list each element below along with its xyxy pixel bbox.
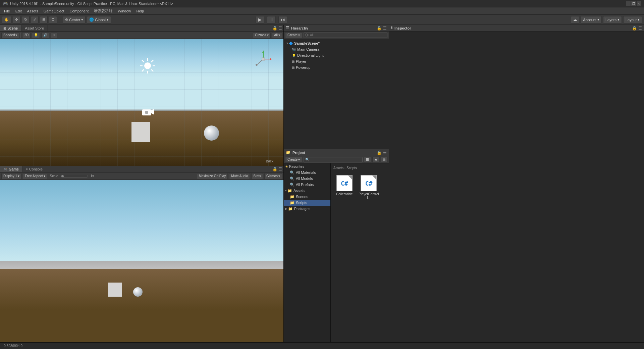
close-button[interactable]: ✕ <box>637 1 641 6</box>
game-panel-lock[interactable]: 🔒 <box>272 167 277 171</box>
project-tree-scripts[interactable]: 📁 Scripts <box>284 200 330 206</box>
hierarchy-item-main-camera[interactable]: 📷 Main Camera <box>284 46 389 52</box>
scene-panel-menu[interactable]: ☰ <box>278 26 282 31</box>
minimize-button[interactable]: ─ <box>626 1 631 6</box>
game-gizmos-dropdown[interactable]: Gizmos ▾ <box>264 173 282 179</box>
project-star-button[interactable]: ★ <box>372 157 379 163</box>
hierarchy-create-button[interactable]: Create ▾ <box>285 32 302 38</box>
project-tree-all-models[interactable]: 🔍 All Models <box>284 176 330 182</box>
menu-component[interactable]: Component <box>67 8 91 14</box>
inspector-lock-button[interactable]: 🔒 <box>632 26 637 31</box>
hierarchy-scene-root[interactable]: ▾ 🔷 SampleScene* <box>284 40 389 46</box>
menu-help[interactable]: Help <box>133 8 147 14</box>
transform-move-tool[interactable]: ✛ <box>13 16 20 23</box>
step-button[interactable]: ⏭ <box>278 16 287 23</box>
gizmos-dropdown[interactable]: Gizmos ▾ <box>253 32 271 38</box>
camera-icon: 📷 <box>292 48 296 51</box>
scene-panel-lock[interactable]: 🔒 <box>272 26 277 31</box>
back-button[interactable]: Back <box>266 159 273 163</box>
layout-dropdown[interactable]: Layout ▾ <box>623 16 642 23</box>
project-create-arrow-icon: ▾ <box>298 158 300 161</box>
light-icon: 💡 <box>292 54 296 57</box>
collab-button[interactable]: ☁ <box>571 16 579 23</box>
project-tree-assets[interactable]: ▾ 📁 Assets <box>284 188 330 194</box>
scene-camera-object[interactable] <box>142 108 154 119</box>
scale-slider[interactable] <box>61 175 88 178</box>
pivot-global-button[interactable]: 🌐 Global ▾ <box>87 16 111 23</box>
project-search-type-button[interactable]: ☰ <box>364 157 371 163</box>
project-tree-all-materials[interactable]: 🔍 All Materials <box>284 169 330 176</box>
layers-dropdown[interactable]: Layers ▾ <box>603 16 622 23</box>
effects-toggle[interactable]: ✦ <box>51 32 57 38</box>
tab-game[interactable]: 🎮 Game <box>0 166 22 172</box>
toolbar-separator-3 <box>429 16 429 23</box>
project-search-input[interactable] <box>304 157 363 162</box>
hierarchy-item-powerup[interactable]: ⊞ Powerup <box>284 64 389 70</box>
layers-arrow-icon: ▾ <box>618 17 620 22</box>
tab-scene[interactable]: ⊞ Scene <box>0 25 21 31</box>
project-tree-favorites[interactable]: ★ Favorites <box>284 163 330 169</box>
menu-gameobject[interactable]: GameObject <box>41 8 67 14</box>
hierarchy-icon: ☰ <box>286 26 289 30</box>
stats-button[interactable]: Stats <box>251 173 263 179</box>
project-create-button[interactable]: Create ▾ <box>285 157 302 163</box>
scene-toolbar: Shaded ▾ 2D 💡 🔊 ✦ Gizmos ▾ All ▾ <box>0 32 283 39</box>
2d-toggle[interactable]: 2D <box>22 32 31 38</box>
menu-enhanced[interactable]: 增强版功能 <box>91 8 115 14</box>
script-playercontrol[interactable]: C# PlayerControll... <box>357 174 381 201</box>
play-button[interactable]: ▶ <box>256 16 264 23</box>
project-tree-scenes[interactable]: 📁 Scenes <box>284 194 330 200</box>
svg-point-17 <box>256 64 258 66</box>
hierarchy-lock-button[interactable]: 🔒 <box>377 26 382 31</box>
scene-sun-object[interactable] <box>139 57 156 74</box>
maximize-on-play-button[interactable]: Maximize On Play <box>197 173 228 179</box>
account-dropdown[interactable]: Account ▾ <box>581 16 602 23</box>
restore-button[interactable]: ❐ <box>631 1 636 6</box>
global-arrow-icon: ▾ <box>107 17 109 22</box>
menu-window[interactable]: Window <box>115 8 133 14</box>
hierarchy-item-player[interactable]: ⊞ Player <box>284 58 389 64</box>
pivot-center-button[interactable]: ⊙ Center ▾ <box>63 16 86 23</box>
aspect-dropdown[interactable]: Free Aspect ▾ <box>23 173 47 179</box>
scene-gizmo[interactable] <box>253 49 273 69</box>
hierarchy-menu-button[interactable]: ☰ <box>383 26 387 31</box>
transform-scale-tool[interactable]: ⤢ <box>31 16 39 23</box>
project-menu-button[interactable]: ☰ <box>383 150 387 155</box>
inspector-menu-button[interactable]: ☰ <box>638 26 642 31</box>
transform-rect-tool[interactable]: ⊞ <box>40 16 48 23</box>
scene-player-object[interactable] <box>131 122 150 142</box>
project-icon: 📁 <box>286 150 290 155</box>
menu-edit[interactable]: Edit <box>13 8 24 14</box>
menu-assets[interactable]: Assets <box>24 8 41 14</box>
transform-rotate-tool[interactable]: ↻ <box>22 16 30 23</box>
script-collectable[interactable]: C# Collectable <box>335 174 354 201</box>
project-tree-all-prefabs[interactable]: 🔍 All Prefabs <box>284 182 330 188</box>
inspector-title: Inspector <box>394 26 411 30</box>
lighting-toggle[interactable]: 💡 <box>32 32 40 38</box>
tab-asset-store[interactable]: Asset Store <box>21 25 48 31</box>
project-tree-packages[interactable]: ▶ 📁 Packages <box>284 206 330 212</box>
hierarchy-item-directional-light[interactable]: 💡 Directional Light <box>284 52 389 58</box>
search-all-dropdown[interactable]: All ▾ <box>272 32 282 38</box>
transform-hand-tool[interactable]: ✋ <box>2 16 11 23</box>
hierarchy-header-actions: 🔒 ☰ <box>377 26 387 31</box>
project-expand-button[interactable]: ⊞ <box>381 157 387 163</box>
game-panel: 🎮 Game ≡ Console 🔒 ☰ Display 1 ▾ <box>0 166 283 342</box>
shading-mode-dropdown[interactable]: Shaded ▾ <box>1 32 19 38</box>
assets-folder-icon: 📁 <box>287 189 292 193</box>
svg-line-6 <box>151 69 153 71</box>
mute-audio-button[interactable]: Mute Audio <box>229 173 250 179</box>
display-dropdown[interactable]: Display 1 ▾ <box>1 173 21 179</box>
transform-universal-tool[interactable]: ⚙ <box>49 16 57 23</box>
pause-button[interactable]: ⏸ <box>267 16 276 23</box>
menu-file[interactable]: File <box>1 8 13 14</box>
scene-panel: ⊞ Scene Asset Store 🔒 ☰ Shaded ▾ 2D <box>0 25 283 166</box>
tab-console[interactable]: ≡ Console <box>22 166 46 172</box>
svg-point-0 <box>144 62 151 69</box>
svg-marker-13 <box>262 50 264 53</box>
game-panel-menu[interactable]: ☰ <box>278 167 282 171</box>
audio-toggle[interactable]: 🔊 <box>41 32 49 38</box>
hierarchy-search-input[interactable] <box>304 33 387 38</box>
project-lock-button[interactable]: 🔒 <box>377 150 382 155</box>
scene-powerup-object[interactable] <box>204 126 219 141</box>
